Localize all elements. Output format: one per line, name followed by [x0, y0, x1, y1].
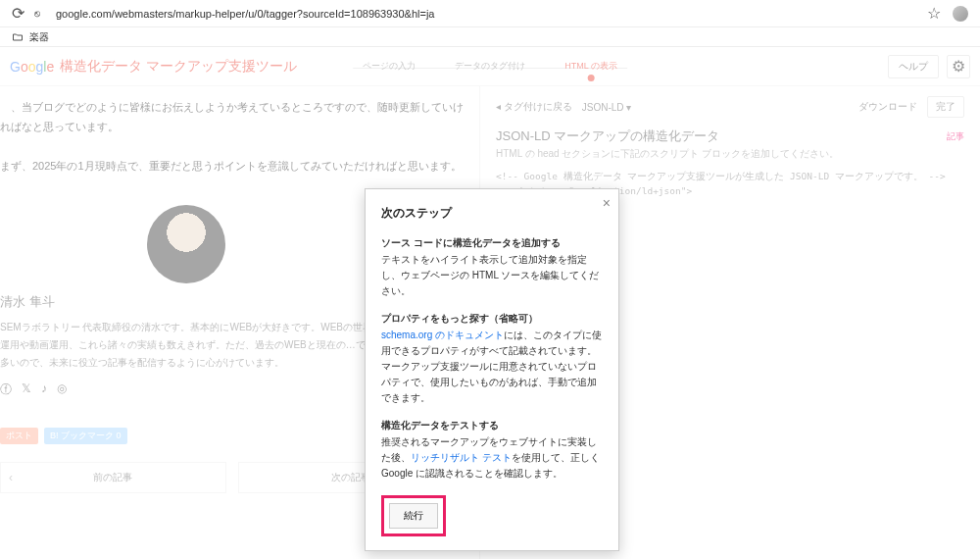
star-icon[interactable]: ☆ [927, 4, 941, 23]
modal-title: 次のステップ [381, 205, 603, 222]
browser-chrome-bar: ⟳ ⎋ google.com/webmasters/markup-helper/… [0, 0, 980, 27]
bookmark-bar: 楽器 [0, 27, 980, 47]
bookmark-item[interactable]: 楽器 [29, 30, 49, 44]
url-lock-icon: ⎋ [34, 8, 40, 19]
continue-button[interactable]: 続行 [389, 503, 438, 529]
rich-results-test-link[interactable]: リッチリザルト テスト [411, 452, 512, 463]
modal-section-3: 構造化データをテストする 推奨されるマークアップをウェブサイトに実装した後、リッ… [381, 418, 603, 482]
url-bar[interactable]: google.com/webmasters/markup-helper/u/0/… [50, 8, 917, 20]
next-steps-modal: × 次のステップ ソース コードに構造化データを追加する テキストをハイライト表… [365, 188, 619, 551]
close-icon[interactable]: × [603, 195, 611, 211]
profile-avatar[interactable] [953, 6, 968, 22]
reload-icon[interactable]: ⟳ [12, 4, 24, 23]
modal-section-1: ソース コードに構造化データを追加する テキストをハイライト表示して追加対象を指… [381, 235, 603, 299]
continue-highlight: 続行 [381, 495, 446, 536]
schema-org-link[interactable]: schema.org のドキュメント [381, 330, 504, 340]
folder-icon [12, 31, 24, 43]
modal-section-2: プロパティをもっと探す（省略可） schema.org のドキュメントには、この… [381, 311, 603, 406]
